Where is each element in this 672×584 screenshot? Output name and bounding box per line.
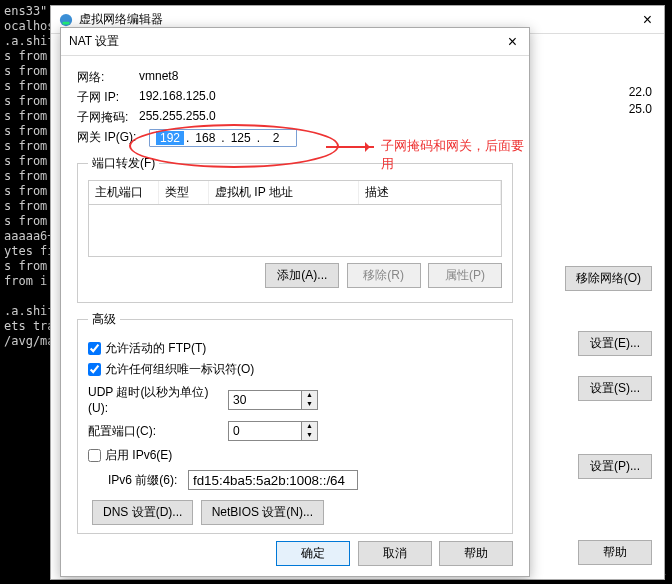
- vne-help-button[interactable]: 帮助: [578, 540, 652, 565]
- ipv6-prefix-input[interactable]: [188, 470, 358, 490]
- spin-down-icon[interactable]: ▼: [301, 400, 317, 409]
- spin-up-icon[interactable]: ▲: [301, 422, 317, 431]
- nat-title: NAT 设置: [69, 33, 504, 50]
- ipv6-prefix-label: IPv6 前缀(6):: [108, 472, 188, 489]
- ftp-label: 允许活动的 FTP(T): [105, 340, 206, 357]
- nat-close-icon[interactable]: ×: [504, 33, 521, 51]
- add-button[interactable]: 添加(A)...: [265, 263, 339, 288]
- udp-value[interactable]: 30: [229, 393, 301, 407]
- vne-settings-e-button[interactable]: 设置(E)...: [578, 331, 652, 356]
- advanced-legend: 高级: [88, 311, 120, 328]
- remove-button: 移除(R): [347, 263, 421, 288]
- udp-timeout-label: UDP 超时(以秒为单位)(U):: [88, 384, 228, 415]
- ipv6-chk-label: 启用 IPv6(E): [105, 447, 172, 464]
- help-button[interactable]: 帮助: [439, 541, 513, 566]
- annotation-arrow: [326, 146, 374, 148]
- udp-timeout-input[interactable]: 30▲▼: [228, 390, 318, 410]
- vne-settings-p-button[interactable]: 设置(P)...: [578, 454, 652, 479]
- col-type: 类型: [159, 181, 209, 204]
- vne-settings-s-button[interactable]: 设置(S)...: [578, 376, 652, 401]
- network-label: 网络:: [77, 69, 139, 86]
- remove-network-button[interactable]: 移除网络(O): [565, 266, 652, 291]
- ftp-checkbox-row[interactable]: 允许活动的 FTP(T): [88, 340, 502, 357]
- subnet-mask-value: 255.255.255.0: [139, 109, 216, 126]
- config-port-input[interactable]: 0▲▼: [228, 421, 318, 441]
- spin-up-icon[interactable]: ▲: [301, 391, 317, 400]
- subnet-ip-label: 子网 IP:: [77, 89, 139, 106]
- ok-button[interactable]: 确定: [276, 541, 350, 566]
- network-value: vmnet8: [139, 69, 178, 86]
- stub-text: 22.0 25.0: [629, 82, 652, 119]
- ipv6-checkbox-row[interactable]: 启用 IPv6(E): [88, 447, 502, 464]
- annotation-text: 子网掩码和网关，后面要用: [381, 137, 529, 173]
- dns-settings-button[interactable]: DNS 设置(D)...: [92, 500, 193, 525]
- vne-close-icon[interactable]: ×: [639, 11, 656, 29]
- properties-button: 属性(P): [428, 263, 502, 288]
- col-vm-ip: 虚拟机 IP 地址: [209, 181, 359, 204]
- annotation-circle: [129, 124, 339, 168]
- port-forward-group: 端口转发(F) 主机端口 类型 虚拟机 IP 地址 描述 添加(A)... 移除…: [77, 155, 513, 303]
- org-checkbox[interactable]: [88, 363, 101, 376]
- cfg-value[interactable]: 0: [229, 424, 301, 438]
- subnet-ip-value: 192.168.125.0: [139, 89, 216, 106]
- org-checkbox-row[interactable]: 允许任何组织唯一标识符(O): [88, 361, 502, 378]
- pf-table-header: 主机端口 类型 虚拟机 IP 地址 描述: [88, 180, 502, 205]
- ftp-checkbox[interactable]: [88, 342, 101, 355]
- col-host-port: 主机端口: [89, 181, 159, 204]
- nat-settings-dialog: NAT 设置 × 网络:vmnet8 子网 IP:192.168.125.0 子…: [60, 27, 530, 577]
- stub-row: 25.0: [629, 102, 652, 116]
- nat-titlebar: NAT 设置 ×: [61, 28, 529, 56]
- spin-down-icon[interactable]: ▼: [301, 431, 317, 440]
- stub-row: 22.0: [629, 85, 652, 99]
- subnet-mask-label: 子网掩码:: [77, 109, 139, 126]
- netbios-settings-button[interactable]: NetBIOS 设置(N)...: [201, 500, 324, 525]
- vne-title: 虚拟网络编辑器: [79, 11, 639, 28]
- svg-rect-1: [63, 21, 70, 24]
- app-icon: [59, 13, 73, 27]
- config-port-label: 配置端口(C):: [88, 423, 228, 440]
- cancel-button[interactable]: 取消: [358, 541, 432, 566]
- pf-table-body[interactable]: [88, 205, 502, 257]
- col-desc: 描述: [359, 181, 501, 204]
- dialog-footer: 确定 取消 帮助: [272, 541, 513, 566]
- ipv6-checkbox[interactable]: [88, 449, 101, 462]
- org-label: 允许任何组织唯一标识符(O): [105, 361, 254, 378]
- advanced-group: 高级 允许活动的 FTP(T) 允许任何组织唯一标识符(O) UDP 超时(以秒…: [77, 311, 513, 534]
